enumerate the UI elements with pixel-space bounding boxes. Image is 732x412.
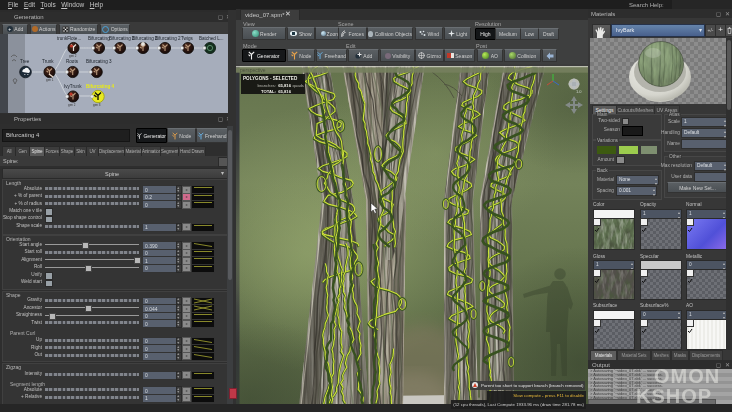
svg-text:1.0: 1.0	[576, 89, 582, 94]
svg-text:gen 3: gen 3	[93, 103, 101, 107]
svg-text:65,816: 65,816	[278, 89, 291, 94]
svg-text:gen 2: gen 2	[69, 54, 77, 58]
svg-text:gen 2: gen 2	[68, 103, 76, 107]
svg-text:branches:: branches:	[258, 83, 276, 88]
svg-text:POLYGONS - SELECTED: POLYGONS - SELECTED	[243, 76, 298, 81]
svg-text:TOTAL:: TOTAL:	[261, 89, 276, 94]
svg-text:gen 1: gen 1	[46, 78, 54, 82]
svg-text:65,816: 65,816	[278, 83, 291, 88]
svg-text:quads: quads	[293, 83, 304, 88]
svg-text:perspective: perspective	[240, 67, 266, 73]
